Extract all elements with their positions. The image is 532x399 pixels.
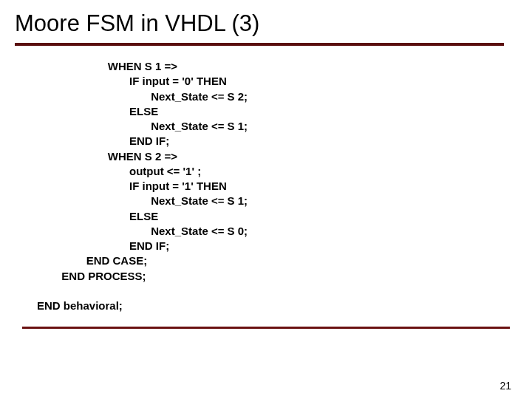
- page-number: 21: [499, 380, 511, 392]
- vhdl-code-block: WHEN S 1 => IF input = '0' THEN Next_Sta…: [0, 46, 532, 313]
- bottom-rule: [22, 327, 510, 329]
- slide-title: Moore FSM in VHDL (3): [0, 0, 532, 43]
